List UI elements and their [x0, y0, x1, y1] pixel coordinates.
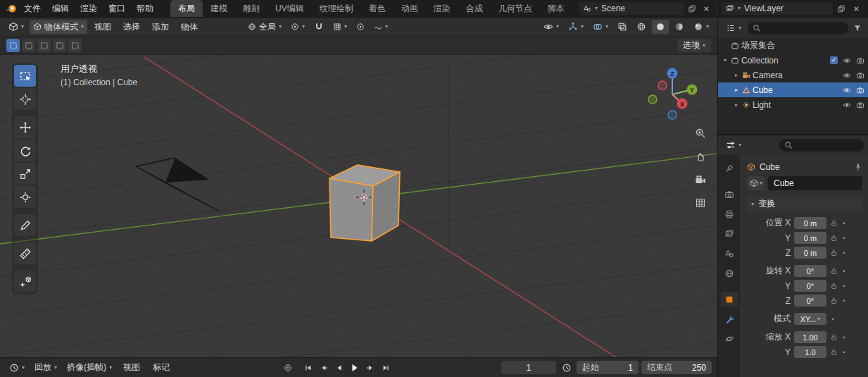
select-mode-subtract-button[interactable] — [37, 39, 51, 52]
location-y-field[interactable]: 0 m — [794, 232, 826, 244]
outliner-editor-type-button[interactable]: ▾ — [722, 21, 745, 35]
tab-viewlayer-properties[interactable] — [721, 226, 738, 242]
breadcrumb-object-name[interactable]: Cube — [760, 162, 780, 172]
menu-marker[interactable]: 标记 — [148, 361, 175, 373]
lock-icon[interactable] — [830, 282, 838, 290]
outliner-search-input[interactable] — [748, 22, 848, 35]
new-scene-button[interactable] — [686, 2, 698, 15]
delete-viewlayer-button[interactable] — [850, 2, 862, 15]
shading-wireframe-button[interactable] — [633, 20, 650, 34]
rotate-tool[interactable] — [14, 140, 36, 161]
disclosure-triangle-icon[interactable]: ▸ — [733, 87, 740, 93]
tab-layout[interactable]: 布局 — [170, 0, 203, 17]
outliner-row-light[interactable]: ▸ Light — [718, 97, 868, 112]
animate-dot-icon[interactable]: • — [841, 283, 847, 290]
play-reverse-button[interactable] — [332, 360, 346, 375]
scene-selector[interactable]: ▾ Scene — [579, 2, 684, 15]
new-viewlayer-button[interactable] — [835, 2, 848, 15]
gizmos-selector[interactable]: ▾ — [565, 20, 587, 34]
measure-tool[interactable] — [14, 242, 36, 264]
lock-icon[interactable] — [830, 297, 838, 304]
hide-eye-icon[interactable] — [843, 56, 851, 65]
lock-icon[interactable] — [830, 267, 838, 275]
pan-button[interactable] — [693, 149, 708, 164]
frame-start-field[interactable]: 起始 1 — [577, 361, 639, 374]
jump-to-end-button[interactable] — [378, 360, 393, 375]
select-mode-extend-button[interactable] — [22, 39, 35, 52]
location-z-field[interactable]: 0 m — [794, 247, 826, 259]
properties-search-input[interactable] — [779, 139, 864, 152]
hide-eye-icon[interactable] — [843, 101, 851, 109]
tab-rendering[interactable]: 渲染 — [426, 0, 458, 17]
outliner-row-collection[interactable]: ▾ Collection ✓ — [718, 53, 868, 68]
shading-solid-button[interactable] — [652, 20, 669, 34]
tab-shading[interactable]: 着色 — [361, 0, 394, 17]
disclosure-triangle-icon[interactable]: ▸ — [733, 101, 740, 108]
menu-object[interactable]: 物体 — [176, 21, 203, 33]
select-mode-invert-button[interactable] — [53, 39, 66, 52]
snap-toggle[interactable] — [310, 20, 327, 34]
transform-tool[interactable] — [14, 186, 36, 208]
cube-object[interactable] — [329, 165, 400, 241]
prev-keyframe-button[interactable] — [316, 360, 331, 375]
overlays-selector[interactable]: ▾ — [589, 20, 612, 34]
proportional-falloff-selector[interactable]: ▾ — [370, 20, 391, 34]
options-button[interactable]: 选项 ▾ — [677, 39, 711, 52]
lock-icon[interactable] — [830, 219, 838, 227]
proportional-edit-toggle[interactable] — [353, 20, 368, 34]
tab-geometry-nodes[interactable]: 几何节点 — [491, 0, 540, 17]
add-cube-tool[interactable] — [14, 271, 36, 292]
properties-editor-type-button[interactable]: ▾ — [722, 138, 745, 152]
rotation-mode-dropdown[interactable]: XY... ▾ — [794, 313, 826, 325]
select-box-tool[interactable] — [14, 65, 36, 87]
tab-uv-editing[interactable]: UV编辑 — [268, 0, 312, 17]
animate-dot-icon[interactable]: • — [841, 235, 847, 242]
3d-viewport[interactable]: 用户透视 (1) Collection | Cube Z Y X — [0, 55, 717, 357]
tab-modeling[interactable]: 建模 — [203, 0, 235, 17]
auto-keying-toggle[interactable] — [280, 360, 295, 375]
tab-world-properties[interactable] — [721, 266, 738, 281]
cursor-tool[interactable] — [14, 88, 36, 110]
use-preview-range-toggle[interactable] — [559, 360, 574, 375]
next-keyframe-button[interactable] — [363, 360, 377, 375]
hide-eye-icon[interactable] — [843, 71, 851, 80]
object-visibility-selector[interactable]: ▾ — [540, 20, 562, 34]
lock-icon[interactable] — [830, 333, 838, 341]
outliner-row-camera[interactable]: ▸ Camera — [718, 68, 868, 82]
jump-to-start-button[interactable] — [301, 360, 315, 375]
object-name-input[interactable]: Cube — [768, 176, 862, 190]
move-tool[interactable] — [14, 116, 36, 138]
menu-timeline-view[interactable]: 视图 — [118, 361, 145, 373]
menu-file[interactable]: 文件 — [18, 1, 46, 16]
shading-rendered-button[interactable]: ▾ — [690, 20, 712, 34]
animate-dot-icon[interactable]: • — [841, 249, 847, 257]
timeline-editor-type-button[interactable]: ▾ — [6, 361, 28, 375]
viewlayer-selector[interactable]: ▾ ViewLayer — [722, 2, 833, 15]
play-button[interactable] — [347, 360, 362, 375]
mode-selector[interactable]: 物体模式 ▾ — [30, 20, 87, 34]
tab-compositing[interactable]: 合成 — [458, 0, 491, 17]
gizmo-neg-x-ball[interactable] — [658, 81, 667, 89]
tab-tool-properties[interactable] — [721, 161, 738, 176]
lock-icon[interactable] — [830, 234, 838, 242]
tab-physics-properties[interactable] — [721, 331, 738, 347]
render-visibility-icon[interactable] — [856, 86, 864, 94]
shading-material-button[interactable] — [671, 20, 688, 34]
disclosure-triangle-icon[interactable]: ▸ — [733, 72, 740, 78]
pin-icon[interactable] — [854, 163, 862, 171]
select-mode-intersect-button[interactable] — [68, 39, 82, 52]
menu-help[interactable]: 帮助 — [131, 1, 159, 16]
menu-select[interactable]: 选择 — [118, 21, 145, 33]
outliner-filter-button[interactable] — [851, 22, 864, 35]
annotate-tool[interactable] — [14, 214, 36, 236]
rotation-y-field[interactable]: 0° — [794, 280, 826, 292]
gizmo-neg-z-ball[interactable] — [668, 111, 677, 119]
menu-add[interactable]: 添加 — [147, 21, 174, 33]
outliner-row-scene-collection[interactable]: 场景集合 — [718, 38, 868, 53]
menu-render[interactable]: 渲染 — [75, 1, 103, 16]
tab-scene-properties[interactable] — [721, 246, 738, 261]
select-mode-new-button[interactable] — [6, 39, 20, 52]
camera-view-button[interactable] — [693, 172, 708, 187]
render-visibility-icon[interactable] — [856, 101, 864, 109]
location-x-field[interactable]: 0 m — [794, 217, 826, 229]
